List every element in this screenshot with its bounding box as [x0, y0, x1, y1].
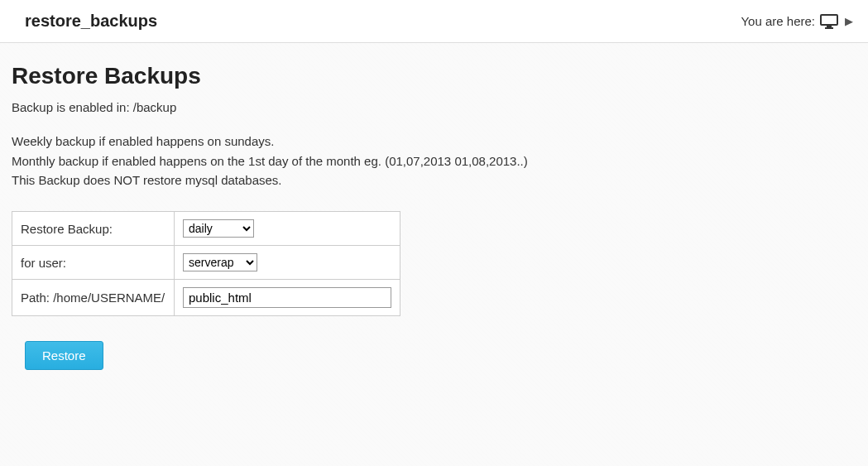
- restore-form-table: Restore Backup: daily for user: serverap…: [12, 211, 400, 316]
- chevron-right-icon: ▶: [845, 15, 853, 27]
- breadcrumb: You are here: ▶: [741, 14, 853, 29]
- table-row: Restore Backup: daily: [12, 212, 400, 246]
- info-line-3: Monthly backup if enabled happens on the…: [12, 151, 856, 171]
- breadcrumb-label: You are here:: [741, 14, 815, 28]
- restore-button[interactable]: Restore: [25, 341, 103, 370]
- content-area: Restore Backups Backup is enabled in: /b…: [0, 43, 868, 382]
- topbar-title: restore_backups: [25, 12, 157, 31]
- label-restore-backup: Restore Backup:: [12, 212, 175, 246]
- path-input[interactable]: [183, 287, 391, 308]
- svg-rect-1: [827, 26, 832, 27]
- info-block: Backup is enabled in: /backup Weekly bac…: [12, 98, 856, 190]
- info-line-1: Backup is enabled in: /backup: [12, 98, 856, 117]
- info-line-2: Weekly backup if enabled happens on sund…: [12, 132, 856, 151]
- monitor-icon[interactable]: [820, 14, 838, 29]
- label-path: Path: /home/USERNAME/: [12, 280, 175, 316]
- table-row: for user: serverap: [12, 246, 400, 280]
- svg-rect-2: [825, 27, 833, 29]
- table-row: Path: /home/USERNAME/: [12, 280, 400, 316]
- page-title: Restore Backups: [12, 63, 856, 89]
- frequency-select[interactable]: daily: [183, 219, 254, 238]
- svg-rect-0: [821, 15, 837, 25]
- info-line-4: This Backup does NOT restore mysql datab…: [12, 171, 856, 190]
- topbar: restore_backups You are here: ▶: [0, 0, 868, 43]
- label-for-user: for user:: [12, 246, 175, 280]
- user-select[interactable]: serverap: [183, 253, 257, 271]
